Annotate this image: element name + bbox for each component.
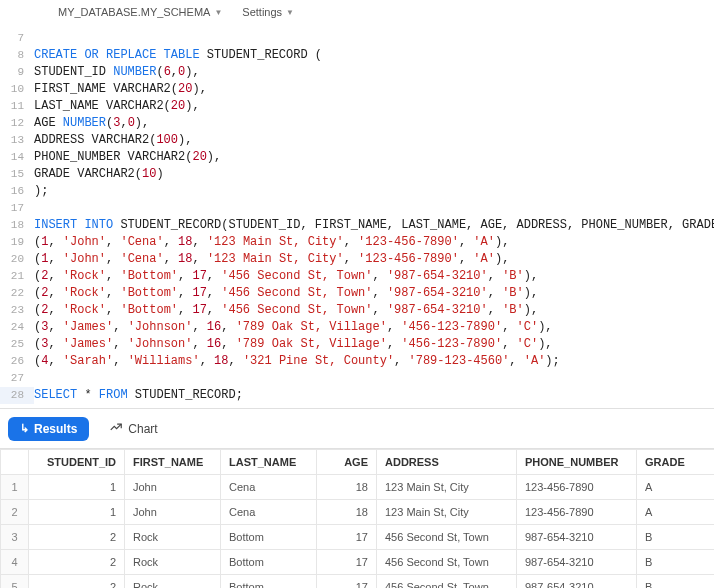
editor-line[interactable]: 21(2, 'Rock', 'Bottom', 17, '456 Second … [0,268,714,285]
column-header[interactable]: ADDRESS [377,450,517,475]
table-cell[interactable]: John [125,500,221,525]
table-cell[interactable]: 17 [317,550,377,575]
database-context-dropdown[interactable]: MY_DATABASE.MY_SCHEMA ▼ [58,6,222,18]
table-cell[interactable]: Rock [125,575,221,589]
editor-line[interactable]: 14PHONE_NUMBER VARCHAR2(20), [0,149,714,166]
table-cell[interactable]: 987-654-3210 [517,575,637,589]
column-header[interactable]: LAST_NAME [221,450,317,475]
table-cell[interactable]: Bottom [221,525,317,550]
code-content[interactable]: INSERT INTO STUDENT_RECORD(STUDENT_ID, F… [34,217,714,234]
editor-line[interactable]: 20(1, 'John', 'Cena', 18, '123 Main St, … [0,251,714,268]
table-cell[interactable]: 17 [317,575,377,589]
column-header[interactable]: PHONE_NUMBER [517,450,637,475]
editor-line[interactable]: 16); [0,183,714,200]
code-content[interactable]: SELECT * FROM STUDENT_RECORD; [34,387,714,404]
table-row[interactable]: 42RockBottom17456 Second St, Town987-654… [1,550,715,575]
table-cell[interactable]: 17 [317,525,377,550]
table-row[interactable]: 21JohnCena18123 Main St, City123-456-789… [1,500,715,525]
column-header[interactable]: GRADE [637,450,715,475]
table-row[interactable]: 32RockBottom17456 Second St, Town987-654… [1,525,715,550]
table-row[interactable]: 52RockBottom17456 Second St, Town987-654… [1,575,715,589]
code-content[interactable] [34,370,714,387]
code-content[interactable]: PHONE_NUMBER VARCHAR2(20), [34,149,714,166]
table-cell[interactable]: John [125,475,221,500]
code-content[interactable]: (2, 'Rock', 'Bottom', 17, '456 Second St… [34,285,714,302]
editor-line[interactable]: 28SELECT * FROM STUDENT_RECORD; [0,387,714,404]
table-cell[interactable]: 456 Second St, Town [377,575,517,589]
editor-line[interactable]: 12AGE NUMBER(3,0), [0,115,714,132]
line-number: 23 [0,302,34,319]
context-bar: MY_DATABASE.MY_SCHEMA ▼ Settings ▼ [48,0,714,24]
table-cell[interactable]: B [637,550,715,575]
editor-line[interactable]: 7 [0,30,714,47]
table-row[interactable]: 11JohnCena18123 Main St, City123-456-789… [1,475,715,500]
table-cell[interactable]: Cena [221,475,317,500]
code-content[interactable]: FIRST_NAME VARCHAR2(20), [34,81,714,98]
table-cell[interactable]: 1 [29,500,125,525]
table-cell[interactable]: 2 [29,525,125,550]
table-cell[interactable]: 987-654-3210 [517,525,637,550]
code-content[interactable]: AGE NUMBER(3,0), [34,115,714,132]
table-cell[interactable]: B [637,525,715,550]
table-cell[interactable]: 123-456-7890 [517,475,637,500]
chart-tab[interactable]: Chart [103,415,163,442]
code-content[interactable]: CREATE OR REPLACE TABLE STUDENT_RECORD ( [34,47,714,64]
editor-line[interactable]: 23(2, 'Rock', 'Bottom', 17, '456 Second … [0,302,714,319]
settings-label: Settings [242,6,282,18]
table-cell[interactable]: 123 Main St, City [377,475,517,500]
table-cell[interactable]: 123 Main St, City [377,500,517,525]
code-content[interactable]: ); [34,183,714,200]
code-content[interactable]: LAST_NAME VARCHAR2(20), [34,98,714,115]
settings-dropdown[interactable]: Settings ▼ [242,6,294,18]
editor-line[interactable]: 8CREATE OR REPLACE TABLE STUDENT_RECORD … [0,47,714,64]
code-content[interactable]: (2, 'Rock', 'Bottom', 17, '456 Second St… [34,302,714,319]
sql-editor[interactable]: 7 8CREATE OR REPLACE TABLE STUDENT_RECOR… [0,30,714,404]
editor-line[interactable]: 9STUDENT_ID NUMBER(6,0), [0,64,714,81]
results-table[interactable]: STUDENT_IDFIRST_NAMELAST_NAMEAGEADDRESSP… [0,449,714,588]
editor-line[interactable]: 19(1, 'John', 'Cena', 18, '123 Main St, … [0,234,714,251]
code-content[interactable]: (3, 'James', 'Johnson', 16, '789 Oak St,… [34,336,714,353]
table-cell[interactable]: 2 [29,575,125,589]
editor-line[interactable]: 25(3, 'James', 'Johnson', 16, '789 Oak S… [0,336,714,353]
editor-line[interactable]: 10FIRST_NAME VARCHAR2(20), [0,81,714,98]
editor-line[interactable]: 11LAST_NAME VARCHAR2(20), [0,98,714,115]
table-cell[interactable]: 2 [29,550,125,575]
editor-line[interactable]: 15GRADE VARCHAR2(10) [0,166,714,183]
code-content[interactable]: (3, 'James', 'Johnson', 16, '789 Oak St,… [34,319,714,336]
table-cell[interactable]: A [637,500,715,525]
editor-line[interactable]: 17 [0,200,714,217]
editor-line[interactable]: 22(2, 'Rock', 'Bottom', 17, '456 Second … [0,285,714,302]
editor-line[interactable]: 24(3, 'James', 'Johnson', 16, '789 Oak S… [0,319,714,336]
table-cell[interactable]: 18 [317,500,377,525]
editor-line[interactable]: 26(4, 'Sarah', 'Williams', 18, '321 Pine… [0,353,714,370]
code-content[interactable]: (2, 'Rock', 'Bottom', 17, '456 Second St… [34,268,714,285]
code-content[interactable]: (4, 'Sarah', 'Williams', 18, '321 Pine S… [34,353,714,370]
table-cell[interactable]: 123-456-7890 [517,500,637,525]
code-content[interactable] [34,200,714,217]
table-cell[interactable]: Cena [221,500,317,525]
results-tab[interactable]: ↳ Results [8,417,89,441]
code-content[interactable]: STUDENT_ID NUMBER(6,0), [34,64,714,81]
code-content[interactable]: ADDRESS VARCHAR2(100), [34,132,714,149]
code-content[interactable]: (1, 'John', 'Cena', 18, '123 Main St, Ci… [34,234,714,251]
column-header[interactable]: STUDENT_ID [29,450,125,475]
code-content[interactable]: (1, 'John', 'Cena', 18, '123 Main St, Ci… [34,251,714,268]
column-header[interactable]: FIRST_NAME [125,450,221,475]
editor-line[interactable]: 13ADDRESS VARCHAR2(100), [0,132,714,149]
table-cell[interactable]: Rock [125,550,221,575]
table-cell[interactable]: 456 Second St, Town [377,550,517,575]
code-content[interactable] [34,30,714,47]
table-cell[interactable]: Bottom [221,550,317,575]
table-cell[interactable]: 456 Second St, Town [377,525,517,550]
table-cell[interactable]: Rock [125,525,221,550]
table-cell[interactable]: 18 [317,475,377,500]
editor-line[interactable]: 18INSERT INTO STUDENT_RECORD(STUDENT_ID,… [0,217,714,234]
table-cell[interactable]: B [637,575,715,589]
code-content[interactable]: GRADE VARCHAR2(10) [34,166,714,183]
editor-line[interactable]: 27 [0,370,714,387]
column-header[interactable]: AGE [317,450,377,475]
table-cell[interactable]: 987-654-3210 [517,550,637,575]
table-cell[interactable]: A [637,475,715,500]
table-cell[interactable]: Bottom [221,575,317,589]
table-cell[interactable]: 1 [29,475,125,500]
